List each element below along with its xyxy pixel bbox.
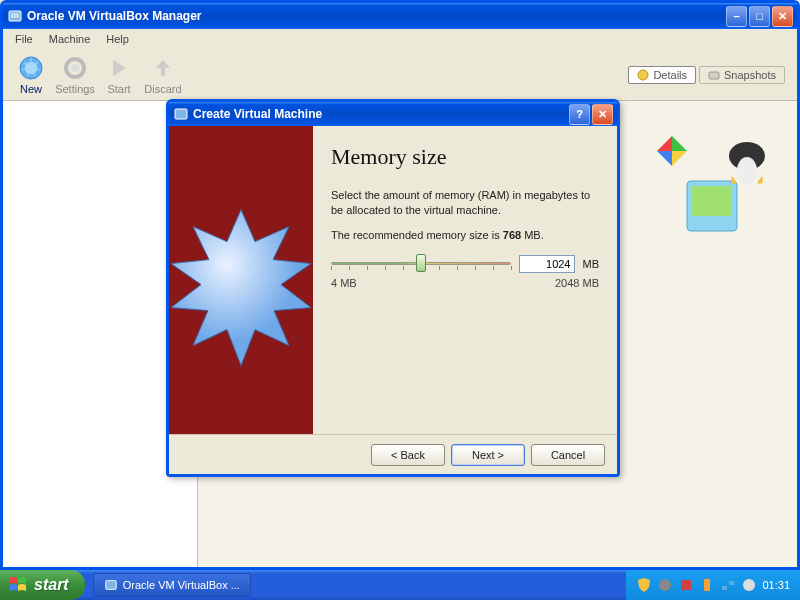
next-button[interactable]: Next > bbox=[451, 444, 525, 466]
dialog-content: Memory size Select the amount of memory … bbox=[313, 126, 617, 434]
back-button[interactable]: < Back bbox=[371, 444, 445, 466]
tray-icon bbox=[678, 577, 694, 593]
tab-details[interactable]: Details bbox=[628, 66, 696, 84]
discard-icon bbox=[149, 54, 177, 82]
toolbar: New Settings Start Discard Details bbox=[3, 49, 797, 101]
toolbar-settings[interactable]: Settings bbox=[53, 54, 97, 95]
close-button[interactable]: ✕ bbox=[772, 6, 793, 27]
svg-rect-17 bbox=[722, 586, 727, 590]
tab-details-label: Details bbox=[653, 69, 687, 81]
svg-point-6 bbox=[638, 70, 648, 80]
cancel-button[interactable]: Cancel bbox=[531, 444, 605, 466]
svg-rect-7 bbox=[709, 72, 719, 79]
taskbar-item-label: Oracle VM VirtualBox ... bbox=[123, 579, 240, 591]
dialog-title: Create Virtual Machine bbox=[193, 107, 569, 121]
toolbar-new-label: New bbox=[20, 83, 42, 95]
main-titlebar[interactable]: Oracle VM VirtualBox Manager – □ ✕ bbox=[3, 3, 797, 29]
svg-point-19 bbox=[743, 579, 755, 591]
tab-snapshots[interactable]: Snapshots bbox=[699, 66, 785, 84]
svg-rect-13 bbox=[105, 581, 116, 590]
dialog-close-button[interactable]: ✕ bbox=[592, 104, 613, 125]
dialog-buttons: < Back Next > Cancel bbox=[169, 434, 617, 474]
windows-logo-icon bbox=[8, 575, 28, 595]
menu-machine[interactable]: Machine bbox=[41, 31, 99, 47]
svg-rect-15 bbox=[681, 580, 691, 590]
memory-slider[interactable] bbox=[331, 253, 511, 275]
window-controls: – □ ✕ bbox=[726, 6, 793, 27]
dialog-heading: Memory size bbox=[331, 144, 599, 170]
network-icon bbox=[720, 577, 736, 593]
right-tabs: Details Snapshots bbox=[628, 66, 785, 84]
system-tray[interactable]: 01:31 bbox=[626, 570, 800, 600]
dialog-recommendation: The recommended memory size is 768 MB. bbox=[331, 228, 599, 243]
tab-snapshots-label: Snapshots bbox=[724, 69, 776, 81]
slider-thumb[interactable] bbox=[416, 254, 426, 272]
menu-file[interactable]: File bbox=[7, 31, 41, 47]
dialog-instruction: Select the amount of memory (RAM) in meg… bbox=[331, 188, 599, 218]
start-label: start bbox=[34, 576, 69, 594]
toolbar-start[interactable]: Start bbox=[97, 54, 141, 95]
toolbar-discard-label: Discard bbox=[144, 83, 181, 95]
start-button[interactable]: start bbox=[0, 570, 85, 600]
starburst-icon bbox=[169, 193, 313, 383]
toolbar-settings-label: Settings bbox=[55, 83, 95, 95]
new-icon bbox=[17, 54, 45, 82]
svg-rect-9 bbox=[692, 186, 732, 216]
create-vm-dialog: Create Virtual Machine ? ✕ Memory size S… bbox=[166, 99, 620, 477]
usb-icon bbox=[699, 577, 715, 593]
menubar: File Machine Help bbox=[3, 29, 797, 49]
slider-range-labels: 4 MB 2048 MB bbox=[331, 277, 599, 289]
slider-min-label: 4 MB bbox=[331, 277, 357, 289]
dialog-help-button[interactable]: ? bbox=[569, 104, 590, 125]
toolbar-new[interactable]: New bbox=[9, 54, 53, 95]
svg-rect-18 bbox=[729, 581, 734, 585]
memory-input[interactable] bbox=[519, 255, 575, 273]
details-icon bbox=[637, 69, 649, 81]
camera-icon bbox=[708, 69, 720, 81]
svg-point-14 bbox=[659, 579, 671, 591]
svg-rect-1 bbox=[11, 13, 19, 18]
tray-icon bbox=[657, 577, 673, 593]
menu-help[interactable]: Help bbox=[98, 31, 137, 47]
shield-icon bbox=[636, 577, 652, 593]
svg-rect-12 bbox=[175, 109, 187, 119]
memory-slider-row: MB bbox=[331, 253, 599, 275]
slider-max-label: 2048 MB bbox=[555, 277, 599, 289]
memory-unit: MB bbox=[583, 258, 600, 270]
welcome-illustration bbox=[637, 121, 777, 241]
dialog-banner bbox=[169, 126, 313, 434]
toolbar-discard[interactable]: Discard bbox=[141, 54, 185, 95]
start-icon bbox=[105, 54, 133, 82]
svg-rect-16 bbox=[704, 579, 710, 591]
virtualbox-icon bbox=[173, 106, 189, 122]
virtualbox-icon bbox=[104, 578, 118, 592]
taskbar: start Oracle VM VirtualBox ... 01:31 bbox=[0, 570, 800, 600]
toolbar-start-label: Start bbox=[107, 83, 130, 95]
taskbar-item-virtualbox[interactable]: Oracle VM VirtualBox ... bbox=[93, 573, 251, 597]
clock[interactable]: 01:31 bbox=[762, 579, 790, 591]
virtualbox-icon bbox=[7, 8, 23, 24]
minimize-button[interactable]: – bbox=[726, 6, 747, 27]
main-window-title: Oracle VM VirtualBox Manager bbox=[27, 9, 726, 23]
maximize-button[interactable]: □ bbox=[749, 6, 770, 27]
gear-icon bbox=[61, 54, 89, 82]
svg-point-11 bbox=[737, 157, 757, 185]
volume-icon bbox=[741, 577, 757, 593]
dialog-titlebar[interactable]: Create Virtual Machine ? ✕ bbox=[169, 102, 617, 126]
svg-point-5 bbox=[71, 64, 79, 72]
